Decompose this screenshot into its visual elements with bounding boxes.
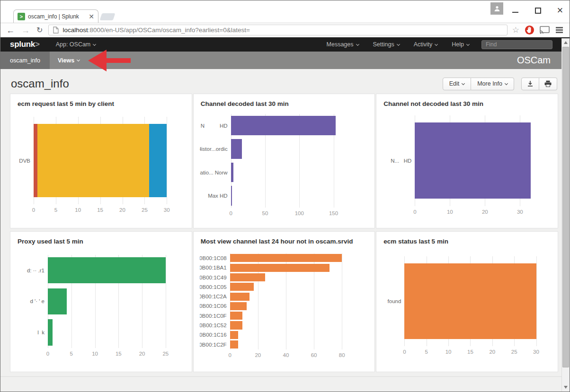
bar-segment[interactable] [230,254,342,262]
bars [34,117,186,204]
bar-segment[interactable] [34,124,37,197]
bar-segment[interactable] [230,264,330,272]
reload-icon[interactable]: ↻ [36,26,43,34]
back-icon[interactable]: ← [6,26,15,35]
bars [48,255,186,348]
x-tick-label: 5 [425,349,428,355]
category-label: l k [17,317,48,348]
new-tab-button[interactable] [100,13,116,20]
views-menu[interactable]: Views [58,57,80,64]
page-title: oscam_info [11,77,69,90]
app-menu[interactable]: App: OSCam [56,41,96,48]
bar-segment[interactable] [230,331,239,339]
plot-area [34,117,186,204]
vertical-scrollbar[interactable] [561,38,570,392]
menu-icon[interactable] [555,26,564,34]
bar-segment[interactable] [230,273,265,281]
chevron-down-icon [93,42,96,45]
profile-avatar-icon[interactable] [490,2,503,15]
bar-segment[interactable] [231,163,233,183]
nav-tab-oscam-info[interactable]: oscam_info [0,52,50,69]
bar-row [230,330,369,340]
bar-row [231,137,369,161]
bar-row [48,317,186,348]
bar-segment[interactable] [230,340,239,348]
menu-messages[interactable]: Messages [327,41,359,48]
bar-chart: DVB 051015202530 [17,110,186,228]
bar-row [231,161,369,184]
category-axis: 0B00:1C080B00:1BA10B00:1C490B00:1C050B00… [200,253,230,349]
cast-icon[interactable] [540,26,550,34]
bar-segment[interactable] [231,186,232,206]
export-button-group [521,78,557,90]
category-label: 0B00:1BA1 [200,263,230,272]
x-tick-label: 20 [119,207,125,213]
panel-title: Channel decoded last 30 min [201,100,359,108]
bar-segment[interactable] [230,302,247,310]
more-info-button[interactable]: More Info [471,78,514,90]
x-tick-label: 30 [164,207,170,213]
category-label: 0B00:1C0F [200,311,230,321]
window-close-button[interactable]: × [552,4,568,17]
x-axis: 051015202530 [34,204,186,214]
x-tick-label: 0 [46,351,49,357]
bookmark-star-icon[interactable]: ☆ [512,25,519,35]
chevron-down-icon [356,42,359,45]
menu-help[interactable]: Help [452,41,469,48]
x-tick-label: 10 [92,351,98,357]
scroll-up-icon[interactable] [562,39,570,46]
window-maximize-button[interactable] [530,4,546,17]
x-tick-label: 100 [295,210,304,216]
bar-segment[interactable] [48,288,67,314]
panel-proxy-used: Proxy used last 5 min d: ·· .r1d '· ' el… [10,231,192,372]
chevron-down-icon [505,81,508,85]
find-input[interactable] [481,40,552,49]
x-tick-label: 20 [489,349,495,355]
url-bar[interactable]: localhost:8000/en-US/app/OSCam/oscam_inf… [48,25,507,35]
x-tick-label: 0 [229,210,232,216]
category-label: DVB [17,117,34,204]
x-axis: 0102030 [415,206,552,216]
bar-segment[interactable] [231,139,242,159]
browser-titlebar: > oscam_info | Splunk ✕ × [0,0,570,23]
plot-area [48,255,186,348]
panel-ecm-request-by-client: ecm request last 5 min by client DVB 051… [10,94,192,228]
category-axis: DVB [17,117,34,204]
bar-segment[interactable] [404,263,536,339]
bar-segment[interactable] [415,122,530,199]
edit-button-group: Edit More Info [443,78,514,90]
browser-toolbar: ← → ↻ localhost:8000/en-US/app/OSCam/osc… [0,23,570,37]
category-label: found [383,256,404,346]
x-tick-label: 60 [311,352,317,358]
print-button[interactable] [539,78,557,90]
adblock-hand-icon[interactable] [525,25,534,35]
page-icon [53,26,59,34]
window-minimize-button[interactable] [507,4,523,17]
download-button[interactable] [521,78,539,90]
tab-close-icon[interactable]: ✕ [89,13,94,20]
edit-button[interactable]: Edit [443,78,472,90]
splunk-logo[interactable]: splunk> [10,40,40,49]
bar-segment[interactable] [230,283,254,291]
bar-segment[interactable] [230,293,249,301]
bar-segment[interactable] [231,116,336,136]
browser-tab[interactable]: > oscam_info | Splunk ✕ [13,9,98,23]
bar-chart: 0B00:1C080B00:1BA10B00:1C490B00:1C050B00… [200,248,369,372]
scrollbar-thumb[interactable] [562,47,569,367]
bar-segment[interactable] [48,257,166,283]
panel-channel-not-decoded: Channel not decoded last 30 min N... HD … [376,94,558,228]
bar-segment[interactable] [37,124,149,197]
bar-row [404,256,552,346]
scroll-down-icon[interactable] [562,383,570,391]
bar-segment[interactable] [230,312,243,320]
bar-segment[interactable] [230,321,243,329]
x-tick-label: 50 [262,210,268,216]
panel-channel-decoded: Channel decoded last 30 min N HDHistor..… [193,94,375,228]
bars [404,256,552,346]
menu-settings[interactable]: Settings [373,41,400,48]
menu-activity[interactable]: Activity [414,41,438,48]
category-axis: N... HD [383,115,415,206]
download-icon [527,80,534,87]
bar-segment[interactable] [48,319,53,345]
bar-segment[interactable] [149,124,167,197]
